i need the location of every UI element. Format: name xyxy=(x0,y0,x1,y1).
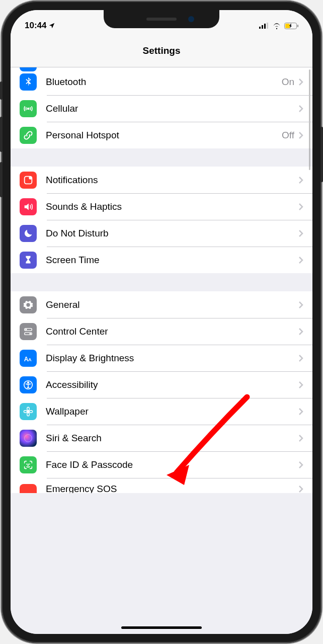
phone-frame: 10:44 Settings B xyxy=(2,1,321,643)
cellular-signal-icon xyxy=(259,23,269,29)
wifi-icon xyxy=(272,23,281,29)
svg-point-13 xyxy=(29,333,31,334)
nav-bar: Settings xyxy=(11,34,312,67)
volume-down-button xyxy=(0,162,3,197)
chevron-right-icon xyxy=(298,485,303,493)
settings-row-emergency[interactable]: Emergency SOS xyxy=(11,478,312,493)
row-label: Sounds & Haptics xyxy=(46,201,298,212)
volume-up-button xyxy=(0,117,3,152)
settings-row-bluetooth[interactable]: Bluetooth On xyxy=(11,68,312,95)
svg-point-9 xyxy=(29,176,32,179)
row-label: Emergency SOS xyxy=(46,484,298,493)
settings-row-display[interactable]: AA Display & Brightness xyxy=(11,345,312,371)
settings-row-sounds[interactable]: Sounds & Haptics xyxy=(11,193,312,220)
battery-icon xyxy=(284,23,298,29)
svg-rect-2 xyxy=(264,24,266,29)
settings-row-cellular[interactable]: Cellular xyxy=(11,95,312,122)
chevron-right-icon xyxy=(298,354,303,362)
settings-row-notifications[interactable]: Notifications xyxy=(11,167,312,193)
svg-point-22 xyxy=(29,410,32,413)
row-label: Siri & Search xyxy=(46,433,298,444)
settings-row-hotspot[interactable]: Personal Hotspot Off xyxy=(11,122,312,148)
row-label: Control Center xyxy=(46,326,298,337)
svg-rect-3 xyxy=(267,23,268,29)
svg-point-19 xyxy=(27,407,30,410)
row-label: Do Not Disturb xyxy=(46,228,298,239)
notification-icon xyxy=(20,172,37,189)
sos-icon xyxy=(20,484,37,493)
home-indicator[interactable] xyxy=(121,626,202,629)
settings-row-siri[interactable]: Siri & Search xyxy=(11,425,312,451)
settings-row-faceid[interactable]: Face ID & Passcode xyxy=(11,451,312,478)
settings-group-connectivity: Bluetooth On Cellular Personal Hotspot xyxy=(11,68,312,148)
power-button xyxy=(320,127,323,182)
chevron-right-icon xyxy=(298,105,303,113)
settings-row-general[interactable]: General xyxy=(11,291,312,318)
mute-switch xyxy=(0,82,3,100)
row-label: Display & Brightness xyxy=(46,353,298,364)
hourglass-icon xyxy=(20,252,37,269)
settings-row-wallpaper[interactable]: Wallpaper xyxy=(11,398,312,425)
row-label: Face ID & Passcode xyxy=(46,459,298,470)
chevron-right-icon xyxy=(298,229,303,237)
settings-group-notifications: Notifications Sounds & Haptics Do Not Di… xyxy=(11,167,312,273)
toggles-icon xyxy=(20,323,37,340)
faceid-icon xyxy=(20,456,37,473)
svg-rect-6 xyxy=(297,25,298,27)
chevron-right-icon xyxy=(298,301,303,309)
row-label: Wallpaper xyxy=(46,406,298,417)
svg-rect-5 xyxy=(285,24,290,28)
row-label: Personal Hotspot xyxy=(46,130,282,141)
accessibility-icon xyxy=(20,376,37,393)
chevron-right-icon xyxy=(298,203,303,211)
status-time: 10:44 xyxy=(25,21,46,31)
row-label: Accessibility xyxy=(46,379,298,390)
chevron-right-icon xyxy=(298,131,303,139)
svg-point-7 xyxy=(28,108,29,109)
row-label: Screen Time xyxy=(46,255,298,266)
speaker-icon xyxy=(20,198,37,215)
chevron-right-icon xyxy=(298,328,303,336)
location-arrow-icon xyxy=(48,22,55,29)
svg-point-23 xyxy=(25,434,32,442)
notch xyxy=(104,10,219,28)
page-title: Settings xyxy=(143,45,181,56)
settings-list[interactable]: Bluetooth On Cellular Personal Hotspot xyxy=(11,67,312,634)
chevron-right-icon xyxy=(298,176,303,184)
chevron-right-icon xyxy=(298,461,303,469)
svg-point-17 xyxy=(28,382,29,383)
antenna-icon xyxy=(20,100,37,117)
row-value: Off xyxy=(282,130,294,141)
bluetooth-icon xyxy=(20,73,37,91)
settings-row-accessibility[interactable]: Accessibility xyxy=(11,371,312,398)
link-icon xyxy=(20,127,37,144)
settings-group-general: General Control Center AA Display & Brig… xyxy=(11,291,312,493)
chevron-right-icon xyxy=(298,256,303,264)
chevron-right-icon xyxy=(298,381,303,389)
svg-rect-0 xyxy=(259,27,261,29)
row-label: Cellular xyxy=(46,103,298,114)
chevron-right-icon xyxy=(298,434,303,442)
moon-icon xyxy=(20,225,37,242)
row-value: On xyxy=(282,76,294,88)
screen: 10:44 Settings B xyxy=(11,10,312,634)
row-label: Bluetooth xyxy=(46,76,282,88)
svg-rect-1 xyxy=(262,25,263,29)
row-label: General xyxy=(46,299,298,310)
gear-icon xyxy=(20,296,37,313)
svg-point-20 xyxy=(27,413,30,416)
svg-text:A: A xyxy=(28,357,32,362)
svg-point-11 xyxy=(25,329,27,330)
chevron-right-icon xyxy=(298,408,303,416)
settings-row-screentime[interactable]: Screen Time xyxy=(11,247,312,273)
flower-icon xyxy=(20,403,37,420)
row-label: Notifications xyxy=(46,175,298,186)
chevron-right-icon xyxy=(298,78,303,86)
siri-icon xyxy=(20,430,37,447)
svg-point-21 xyxy=(24,410,27,413)
settings-row-dnd[interactable]: Do Not Disturb xyxy=(11,220,312,247)
text-size-icon: AA xyxy=(20,350,37,367)
settings-row-controlcenter[interactable]: Control Center xyxy=(11,318,312,345)
